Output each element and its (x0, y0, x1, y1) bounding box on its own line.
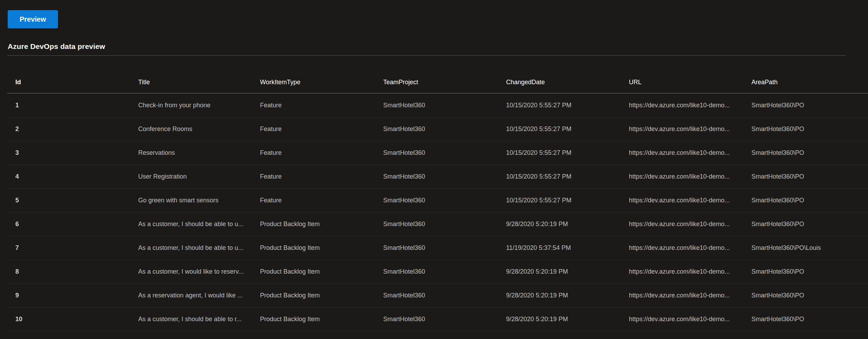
cell-teamProject: SmartHotel360 (383, 283, 506, 307)
cell-title: Check-in from your phone (138, 93, 260, 117)
table-row: 5Go green with smart sensorsFeatureSmart… (7, 188, 868, 212)
cell-id: 1 (7, 93, 138, 117)
cell-id: 6 (7, 212, 138, 236)
cell-areaPath: SmartHotel360\PO (751, 165, 868, 188)
cell-workItemType: Feature (260, 141, 383, 165)
table-header-row: IdTitleWorkItemTypeTeamProjectChangedDat… (7, 56, 868, 93)
cell-areaPath: SmartHotel360\PO (751, 117, 868, 141)
cell-url: https://dev.azure.com/like10-demo... (629, 236, 751, 260)
cell-title: As a reservation agent, I would like ... (138, 283, 260, 307)
cell-title: As a customer, I would like to reserv... (138, 260, 260, 283)
work-items-table: IdTitleWorkItemTypeTeamProjectChangedDat… (7, 56, 868, 331)
cell-workItemType: Feature (260, 165, 383, 188)
cell-url: https://dev.azure.com/like10-demo... (629, 212, 751, 236)
cell-workItemType: Feature (260, 117, 383, 141)
preview-button[interactable]: Preview (8, 10, 58, 28)
column-header-areaPath: AreaPath (751, 56, 868, 93)
cell-url: https://dev.azure.com/like10-demo... (629, 188, 751, 212)
cell-teamProject: SmartHotel360 (383, 236, 506, 260)
cell-changedDate: 10/15/2020 5:55:27 PM (506, 165, 629, 188)
table-row: 4User RegistrationFeatureSmartHotel36010… (7, 165, 868, 188)
table-row: 6As a customer, I should be able to u...… (7, 212, 868, 236)
cell-teamProject: SmartHotel360 (383, 93, 506, 117)
cell-workItemType: Feature (260, 188, 383, 212)
table-row: 9As a reservation agent, I would like ..… (7, 283, 868, 307)
cell-title: As a customer, I should be able to u... (138, 212, 260, 236)
table-row: 10As a customer, I should be able to r..… (7, 307, 868, 331)
cell-teamProject: SmartHotel360 (383, 117, 506, 141)
cell-teamProject: SmartHotel360 (383, 307, 506, 331)
cell-changedDate: 11/19/2020 5:37:54 PM (506, 236, 629, 260)
cell-changedDate: 9/28/2020 5:20:19 PM (506, 283, 629, 307)
cell-teamProject: SmartHotel360 (383, 141, 506, 165)
cell-url: https://dev.azure.com/like10-demo... (629, 93, 751, 117)
cell-title: Conference Rooms (138, 117, 260, 141)
cell-areaPath: SmartHotel360\PO (751, 283, 868, 307)
column-header-id: Id (7, 56, 138, 93)
cell-id: 10 (7, 307, 138, 331)
column-header-title: Title (138, 56, 260, 93)
cell-changedDate: 10/15/2020 5:55:27 PM (506, 93, 629, 117)
table-row: 8As a customer, I would like to reserv..… (7, 260, 868, 283)
cell-url: https://dev.azure.com/like10-demo... (629, 165, 751, 188)
cell-workItemType: Product Backlog Item (260, 260, 383, 283)
cell-changedDate: 9/28/2020 5:20:19 PM (506, 307, 629, 331)
cell-areaPath: SmartHotel360\PO (751, 212, 868, 236)
table-row: 3ReservationsFeatureSmartHotel36010/15/2… (7, 141, 868, 165)
cell-title: User Registration (138, 165, 260, 188)
cell-id: 9 (7, 283, 138, 307)
data-preview-table[interactable]: IdTitleWorkItemTypeTeamProjectChangedDat… (7, 56, 868, 339)
cell-id: 2 (7, 117, 138, 141)
cell-changedDate: 10/15/2020 5:55:27 PM (506, 188, 629, 212)
table-row: 1Check-in from your phoneFeatureSmartHot… (7, 93, 868, 117)
cell-areaPath: SmartHotel360\PO (751, 260, 868, 283)
cell-id: 5 (7, 188, 138, 212)
cell-id: 8 (7, 260, 138, 283)
cell-areaPath: SmartHotel360\PO (751, 188, 868, 212)
column-header-url: URL (629, 56, 751, 93)
cell-workItemType: Product Backlog Item (260, 236, 383, 260)
cell-changedDate: 10/15/2020 5:55:27 PM (506, 141, 629, 165)
cell-id: 3 (7, 141, 138, 165)
cell-url: https://dev.azure.com/like10-demo... (629, 283, 751, 307)
cell-areaPath: SmartHotel360\PO (751, 93, 868, 117)
cell-changedDate: 9/28/2020 5:20:19 PM (506, 212, 629, 236)
cell-workItemType: Product Backlog Item (260, 283, 383, 307)
cell-changedDate: 10/15/2020 5:55:27 PM (506, 117, 629, 141)
cell-url: https://dev.azure.com/like10-demo... (629, 260, 751, 283)
cell-changedDate: 9/28/2020 5:20:19 PM (506, 260, 629, 283)
cell-title: As a customer, I should be able to u... (138, 236, 260, 260)
cell-teamProject: SmartHotel360 (383, 260, 506, 283)
azure-devops-data-preview-page: Preview Azure DevOps data preview IdTitl… (0, 0, 868, 339)
cell-workItemType: Product Backlog Item (260, 307, 383, 331)
cell-areaPath: SmartHotel360\PO (751, 141, 868, 165)
column-header-teamProject: TeamProject (383, 56, 506, 93)
table-body: 1Check-in from your phoneFeatureSmartHot… (7, 93, 868, 331)
cell-title: As a customer, I should be able to r... (138, 307, 260, 331)
column-header-changedDate: ChangedDate (506, 56, 629, 93)
cell-title: Reservations (138, 141, 260, 165)
page-title: Azure DevOps data preview (8, 42, 105, 51)
cell-areaPath: SmartHotel360\PO (751, 307, 868, 331)
cell-url: https://dev.azure.com/like10-demo... (629, 307, 751, 331)
cell-workItemType: Product Backlog Item (260, 212, 383, 236)
cell-id: 7 (7, 236, 138, 260)
cell-teamProject: SmartHotel360 (383, 212, 506, 236)
cell-url: https://dev.azure.com/like10-demo... (629, 117, 751, 141)
cell-teamProject: SmartHotel360 (383, 165, 506, 188)
cell-areaPath: SmartHotel360\PO\Louis (751, 236, 868, 260)
cell-workItemType: Feature (260, 93, 383, 117)
table-row: 2Conference RoomsFeatureSmartHotel36010/… (7, 117, 868, 141)
table-row: 7As a customer, I should be able to u...… (7, 236, 868, 260)
cell-id: 4 (7, 165, 138, 188)
cell-teamProject: SmartHotel360 (383, 188, 506, 212)
cell-title: Go green with smart sensors (138, 188, 260, 212)
column-header-workItemType: WorkItemType (260, 56, 383, 93)
cell-url: https://dev.azure.com/like10-demo... (629, 141, 751, 165)
